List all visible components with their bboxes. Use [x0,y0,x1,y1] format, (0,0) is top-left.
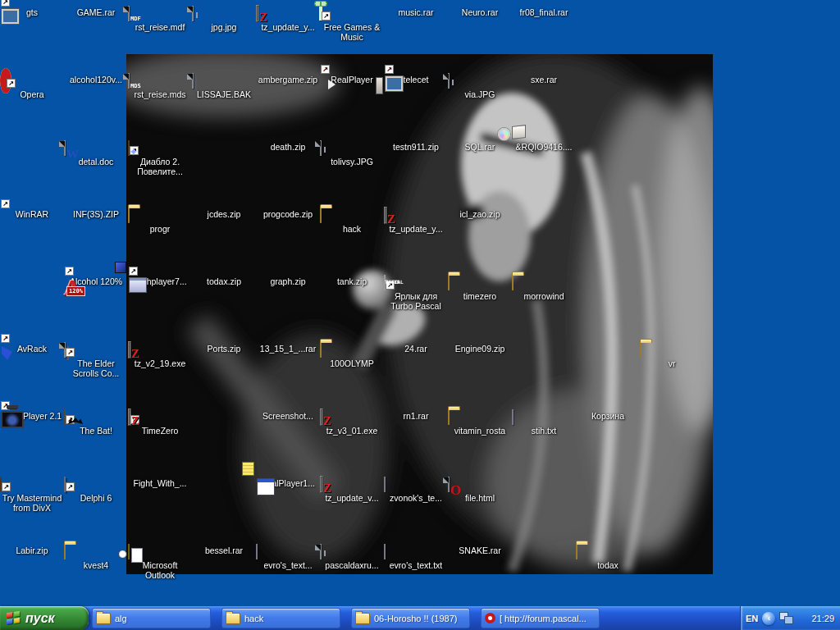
desktop-icon[interactable]: ↗ AvRack [0,343,64,354]
desktop-icon[interactable]: INF(3S).ZIP [64,208,128,219]
language-indicator[interactable]: EN [746,614,758,623]
desktop-icon[interactable]: W detal.doc [64,141,128,167]
desktop-icon[interactable]: &RQIO9416.... [512,141,576,152]
desktop-icon[interactable]: Ports.zip [192,343,256,354]
desktop-icon[interactable]: progcode.zip [256,208,320,219]
desktop-icon[interactable]: SQL.rar [448,141,512,152]
desktop-icon[interactable]: todax [576,545,640,570]
desktop-icon[interactable]: zvonok's_te... [384,477,448,503]
desktop-icon[interactable]: ↗ flashplayer7... [128,276,192,286]
desktop-icon[interactable]: stih.txt [512,410,576,436]
taskbar-button-horosho[interactable]: 06-Horosho !! (1987) [351,608,470,628]
desktop-icon[interactable]: fr08_final.rar [512,7,576,17]
desktop-icon[interactable]: ↗ Try Mastermind from DivX [0,477,64,513]
desktop-icon[interactable]: tz_update_v... [320,477,384,503]
desktop-icon[interactable]: tz_v3_01.exe [320,410,384,436]
desktop-icon[interactable]: tz_v2_19.exe [128,343,192,368]
desktop-icon[interactable]: MDS rst_reise.mds [128,74,192,99]
taskbar-button-alg[interactable]: alg [92,608,211,628]
show-hidden-icons-chevron-icon[interactable]: ‹ [762,612,775,625]
desktop-icon[interactable]: ambergame.zip [256,74,320,84]
taskbar-buttons: alg hack 06-Horosho !! (1987) [ http://f… [92,608,600,628]
desktop-icon[interactable]: 24.rar [384,343,448,354]
folder-icon [355,613,370,624]
taskbar-button-hack[interactable]: hack [221,608,340,628]
desktop-icon[interactable]: vitamin_rosta [448,410,512,436]
desktop-icon-label: Try Mastermind from DivX [0,493,64,513]
desktop-icon[interactable]: tz_update_y... [256,7,320,32]
desktop-icon[interactable]: jcdes.zip [192,208,256,219]
desktop-icon[interactable]: ↗ gts [0,7,64,17]
desktop-icon[interactable]: sxe.rar [512,74,576,84]
desktop-icon[interactable]: Корзина [576,410,640,421]
desktop-icon[interactable]: graph.zip [256,276,320,286]
shortcut-arrow-icon: ↗ [1,334,10,343]
desktop-icon[interactable]: progr [128,208,192,234]
desktop-icon-label: jcdes.zip [192,209,256,219]
desktop-icon-label: Microsoft Outlook [128,560,192,580]
folder-icon [320,208,322,223]
desktop-icon[interactable]: ↗ RealPlayer [320,74,384,84]
desktop-icon[interactable]: todax.zip [192,276,256,286]
desktop-icon[interactable]: ↗ DivX Player 2.1 [0,410,64,421]
desktop-icon[interactable]: bessel.rar [192,545,256,555]
desktop-icon[interactable]: Screenshot... [256,410,320,421]
desktop-icon[interactable]: tz_update_y... [384,208,448,234]
desktop-icon[interactable]: ↗ telecet [384,74,448,84]
desktop-icon[interactable]: ↗ Диабло 2. Повелите... [128,141,192,176]
desktop-icon[interactable]: 100OLYMP [320,343,384,368]
taskbar-button-forum-pascal[interactable]: [ http://forum.pascal... [481,608,600,628]
outlook-icon [128,544,130,559]
desktop-icon[interactable]: timezero [448,276,512,301]
desktop-icon[interactable]: vr [640,343,704,368]
desktop-icon[interactable]: Engine09.zip [448,343,512,354]
desktop-icon[interactable]: alcohol120v... [64,74,128,84]
desktop-icon[interactable]: Microsoft Outlook [128,545,192,580]
desktop-icon[interactable]: pascaldaxru... [320,545,384,570]
desktop-icon[interactable]: death.zip [256,141,320,152]
desktop-icon[interactable]: rn1.rar [384,410,448,421]
desktop-icon-label: Screenshot... [256,411,320,421]
gift-icon: ↗ [320,6,322,21]
desktop-icon-label: music.rar [384,7,448,17]
page-icon [448,73,450,89]
desktop-icon[interactable]: kvest4 [64,545,128,570]
desktop-icon[interactable]: ↗ Alcohol 120% [64,276,128,286]
opera-icon: ↗ [0,68,11,94]
desktop-icon[interactable]: evro's_text... [256,545,320,570]
desktop-icon[interactable]: evro's_text.txt [384,545,448,570]
desktop-icon[interactable]: ↗ The Bat! [64,410,128,436]
folder-icon [640,342,641,358]
desktop-icon[interactable]: ↗ The Elder Scrolls Co... [64,343,128,378]
system-tray: EN ‹ 21:29 [740,606,840,630]
desktop-icon[interactable]: morrowind [512,276,576,301]
desktop-icon[interactable]: ↗ Delphi 6 [64,477,128,503]
desktop-icon[interactable]: ↗ Free Games & Music [320,7,384,42]
desktop-icon[interactable]: GAME.rar [64,7,128,17]
desktop-icon[interactable]: Neuro.rar [448,7,512,17]
desktop-icon[interactable]: O file.html [448,477,512,503]
notepad-icon [512,409,514,425]
desktop-icon[interactable]: RealPlayer1... [256,477,320,488]
network-tray-icon[interactable] [779,612,794,624]
desktop-icon[interactable]: via.JPG [448,74,512,99]
desktop-icon[interactable]: icl_zao.zip [448,208,512,219]
desktop-icon[interactable]: Labir.zip [0,545,64,555]
desktop-icon[interactable]: LISSAJE.BAK [192,74,256,99]
folder-icon [128,208,130,223]
desktop-icon[interactable]: tank.zip [320,276,384,286]
desktop-icon[interactable]: MDF rst_reise.mdf [128,7,192,32]
desktop-icon[interactable]: hack [320,208,384,234]
desktop-icon[interactable]: jpg.jpg [192,7,256,32]
desktop-icon[interactable]: Fight_With_... [128,477,192,488]
desktop-icon[interactable]: SNAKE.rar [448,545,512,555]
desktop-icon[interactable]: ↗ WinRAR [0,208,64,219]
desktop-icon[interactable]: ↗ TimeZero [128,410,192,436]
desktop-icon[interactable]: tolivsy.JPG [320,141,384,167]
desktop-icon[interactable]: ↗ Opera [0,74,64,99]
desktop-icon[interactable]: ↗ Ярлык для Turbo Pascal [384,276,448,311]
desktop-icon[interactable]: 13_15_1_...rar [256,343,320,354]
start-button[interactable]: пуск [0,606,89,630]
desktop-icon[interactable]: testn911.zip [384,141,448,152]
desktop-icon[interactable]: music.rar [384,7,448,17]
